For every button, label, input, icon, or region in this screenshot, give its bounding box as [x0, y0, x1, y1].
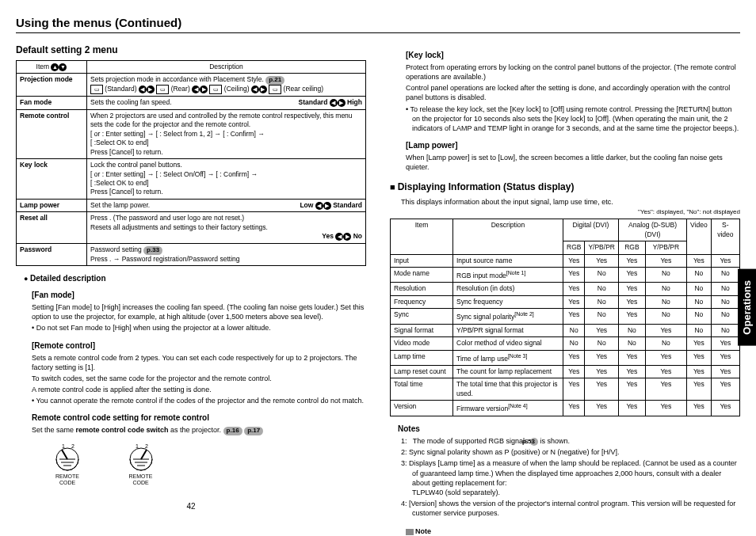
row-desc: When 2 projectors are used and controlle… [87, 109, 366, 158]
row-desc: Password setting [90, 245, 142, 253]
note-2: 2: Sync signal polarity shown as P (posi… [412, 447, 740, 457]
table-row: Projection mode Sets projection mode in … [17, 74, 366, 97]
page-ref: p.53 [530, 438, 538, 447]
th-item: Item [36, 63, 50, 70]
remote-code-label: REMOTE CODE [48, 473, 87, 485]
svg-line-10 [141, 450, 147, 459]
displaying-information-heading: Displaying Information (Status display) [390, 181, 740, 192]
fan-mode-heading: [Fan mode] [32, 291, 366, 299]
default-setting-2-table: Item ▲▼ Description Projection mode Sets… [16, 60, 366, 266]
svg-text:2: 2 [71, 443, 74, 449]
table-row: Lamp timeTime of lamp use[Note 3]YesYesY… [391, 350, 740, 365]
legend-text: "Yes": displayed, "No": not displayed [390, 208, 740, 217]
remote-switch-1-icon: 12 REMOTE CODE [48, 442, 87, 485]
table-row: Mode nameRGB input mode[Note 1]YesNoYesN… [391, 268, 740, 283]
detailed-description-heading: Detailed description [24, 274, 366, 283]
th-video: Video [687, 219, 712, 254]
svg-line-3 [62, 450, 67, 459]
proj-ceiling-icon: ▭ [209, 85, 222, 94]
right-icon: ▶ [259, 86, 267, 93]
page-43: [Key lock] Protect from operating errors… [390, 43, 740, 536]
row-name: Password [20, 245, 52, 253]
svg-text:1: 1 [136, 443, 139, 449]
remote-text-2: To switch codes, set the same code for t… [32, 374, 366, 383]
left-icon: ◀ [315, 202, 323, 210]
table-row: ResolutionResolution (in dots)YesNoYesNo… [391, 283, 740, 295]
table-row: InputInput source nameYesYesYesYesYesYes [391, 254, 740, 267]
table-row: Key lock Lock the control panel buttons.… [17, 159, 366, 200]
row-name: Remote control [20, 112, 69, 120]
key-lock-text-1: Protect from operating errors by locking… [406, 63, 740, 82]
note-icon [406, 529, 414, 535]
row-desc: Set the lamp power. [90, 201, 150, 209]
right-icon: ▶ [323, 202, 331, 210]
left-icon: ◀ [335, 233, 343, 241]
page-ref: p.16 [223, 427, 242, 435]
status-display-table: Item Description Digital (DVI) Analog (D… [390, 219, 740, 416]
proj-rearceiling-icon: ▭ [269, 85, 281, 94]
default-setting-2-heading: Default setting 2 menu [16, 44, 366, 55]
svg-text:2: 2 [145, 443, 148, 449]
page-title: Using the menus (Continued) [16, 16, 740, 33]
table-row: Lamp reset countThe count for lamp repla… [391, 365, 740, 378]
row-name: Lamp power [20, 201, 59, 209]
row-name: Projection mode [20, 75, 73, 83]
th-desc: Description [453, 219, 563, 254]
fan-mode-bullet: Do not set Fan mode to [High] when using… [38, 323, 366, 333]
table-row: FrequencySync frequencyYesNoYesNoNoNo [391, 295, 740, 308]
page-ref: p.17 [244, 427, 263, 435]
displaying-information-text: This displays information about the inpu… [401, 197, 740, 207]
table-row: Signal formatY/PB/PR signal formatNoYesN… [391, 324, 740, 336]
table-row: Reset all Press . (The password and user… [17, 212, 366, 243]
th-rgb: RGB [618, 241, 645, 254]
row-desc: Sets projection mode in accordance with … [90, 75, 264, 83]
th-rgb: RGB [563, 241, 585, 254]
row-extra: Press . → Password registration/Password… [90, 255, 240, 263]
note-1: 1: The mode of supported RGB signals p.5… [412, 436, 740, 447]
page-ref: p.21 [265, 76, 284, 85]
lamp-power-text: When [Lamp power] is set to [Low], the s… [406, 153, 740, 172]
remote-code-setting-heading: Remote control code setting for remote c… [32, 413, 366, 422]
down-icon: ▼ [59, 63, 67, 71]
key-lock-bullet: To release the key lock, set the [Key lo… [412, 105, 740, 133]
right-icon: ▶ [147, 86, 155, 93]
notes-heading: Notes [398, 424, 740, 433]
note-4: 4: [Version] shows the version of the pr… [412, 499, 740, 518]
th-ypbpr: Y/PB/PR [645, 241, 686, 254]
table-row: SyncSync signal polarity[Note 2]YesNoYes… [391, 309, 740, 324]
left-icon: ◀ [251, 86, 259, 93]
table-row: Remote control When 2 projectors are use… [17, 109, 366, 158]
svg-text:1: 1 [62, 443, 65, 449]
page-number-42: 42 [16, 502, 366, 511]
th-analog: Analog (D-SUB)(DVI) [618, 219, 686, 241]
right-icon: ▶ [338, 99, 346, 107]
up-icon: ▲ [51, 63, 59, 71]
remote-text-1: Sets a remote control code from 2 types.… [32, 353, 366, 372]
note-box-heading: Note [406, 527, 740, 535]
table-row: Fan mode Sets the cooling fan speed. Sta… [17, 97, 366, 109]
left-icon: ◀ [192, 86, 200, 93]
key-lock-heading: [Key lock] [406, 51, 740, 59]
remote-code-setting-text: Set the same remote control code switch … [32, 425, 366, 435]
th-svideo: S-video [711, 219, 739, 254]
side-tab-operations: Operations [738, 269, 756, 346]
proj-standard-icon: ▭ [90, 85, 103, 94]
remote-text-3: A remote control code is applied after t… [32, 385, 366, 394]
lamp-power-heading: [Lamp power] [406, 141, 740, 150]
table-row: Video modeColor method of video signalNo… [391, 337, 740, 350]
remote-control-heading: [Remote control] [32, 341, 366, 350]
table-row: Total timeThe total time that this proje… [391, 378, 740, 401]
right-icon: ▶ [200, 86, 208, 93]
proj-rear-icon: ▭ [156, 85, 169, 94]
th-description: Description [87, 61, 366, 74]
key-lock-text-2: Control panel operations are locked afte… [406, 83, 740, 102]
note-3: 3: Displays [Lamp time] as a measure of … [412, 458, 740, 497]
th-item: Item [391, 219, 453, 254]
left-icon: ◀ [139, 86, 147, 93]
left-icon: ◀ [330, 99, 338, 107]
page-ref: p.33 [143, 246, 162, 255]
table-row: VersionFirmware version[Note 4]YesYesYes… [391, 401, 740, 416]
th-digital: Digital (DVI) [563, 219, 619, 241]
remote-code-label: REMOTE CODE [121, 473, 161, 485]
th-ypbpr: Y/PB/PR [585, 241, 619, 254]
